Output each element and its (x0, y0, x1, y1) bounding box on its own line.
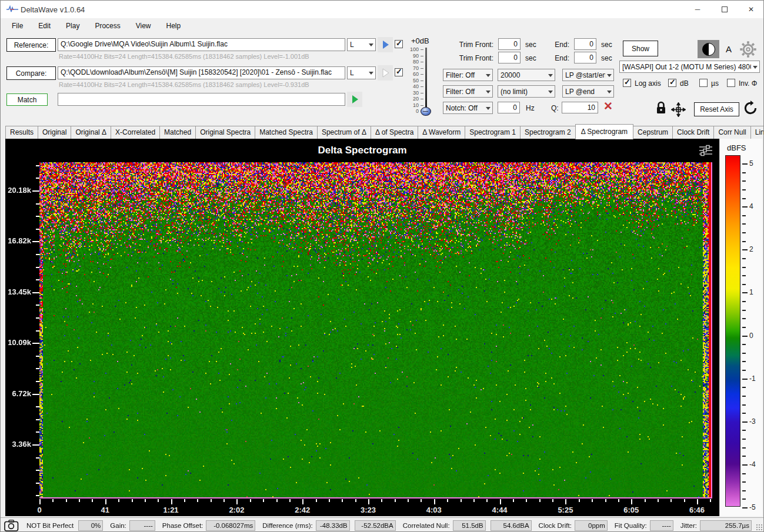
filter2-type-select[interactable]: Filter: Off (443, 85, 493, 98)
x-axis-tick (158, 499, 159, 502)
y-axis-tick (32, 394, 39, 395)
menu-edit[interactable]: Edit (31, 19, 58, 32)
status-bar: NOT Bit Perfect 0%Gain:----Phase Offset:… (1, 517, 764, 532)
notch-freq-input[interactable]: 0 (498, 102, 520, 113)
tab-waveform[interactable]: Δ Waveform (418, 126, 465, 139)
filter2-freq-select[interactable]: (no limit) (498, 85, 555, 98)
reference-play-button[interactable] (378, 37, 393, 52)
filter1-mode-select[interactable]: LP @start/end (562, 69, 614, 81)
trim-end-input-2[interactable]: 0 (574, 52, 596, 63)
compare-button[interactable]: Compare: (6, 66, 56, 80)
tab-spectrogram-2[interactable]: Spectrogram 2 (520, 126, 576, 139)
volume-slider-thumb[interactable] (421, 107, 431, 116)
filter1-type-select[interactable]: Filter: Off (443, 69, 493, 81)
volume-scale-label: 20 (406, 96, 419, 102)
colorbar-tick (742, 249, 748, 250)
colorbar-tick (742, 396, 746, 397)
tab-cepstrum[interactable]: Cepstrum (633, 126, 673, 139)
tab-original-spectra[interactable]: Original Spectra (195, 126, 255, 139)
volume-slider-track[interactable] (425, 48, 427, 115)
tab-clock-drift[interactable]: Clock Drift (672, 126, 714, 139)
inv-phase-checkbox[interactable] (727, 79, 735, 87)
colorbar-tick (742, 284, 746, 285)
menu-play[interactable]: Play (58, 19, 87, 32)
notch-q-input[interactable]: 10 (562, 102, 598, 113)
camera-screenshot-icon[interactable] (4, 520, 19, 531)
menu-help[interactable]: Help (159, 19, 189, 32)
tab-original[interactable]: Original Δ (71, 126, 111, 139)
y-axis-tick (32, 343, 39, 344)
reset-axis-button[interactable]: Reset Axis (694, 102, 739, 116)
us-checkbox[interactable] (699, 79, 708, 87)
reference-path-input[interactable]: Q:\Google Drive\MQA Video\Suijin Album\1… (58, 38, 345, 51)
match-button[interactable]: Match (6, 93, 48, 106)
y-axis-tick (32, 190, 39, 192)
volume-scale-tick (421, 49, 423, 50)
compare-path-input[interactable]: Q:\QODL\download\Album\Zensō\[M] Suijin … (58, 66, 345, 79)
y-axis-label: 10.09k (5, 338, 31, 347)
output-device-select[interactable]: [WASAPI] Out 1-2 (MOTU M Series) 48000/ (619, 61, 760, 73)
reference-enable-checkbox[interactable] (395, 40, 403, 48)
colorbar-tick (742, 361, 746, 362)
colorbar-tick-label: -1 (749, 374, 756, 383)
x-axis-tick (92, 499, 93, 502)
spectrogram-chart: Delta Spectrogram 20.18k16.82k13.45k10.0… (5, 139, 719, 516)
tab-spectrum-of[interactable]: Spectrum of Δ (317, 126, 371, 139)
y-axis-tick (36, 495, 39, 496)
play-icon (381, 68, 390, 78)
menu-file[interactable]: File (4, 19, 31, 32)
close-button[interactable]: ✕ (738, 1, 764, 18)
filter2-mode-select[interactable]: LP @end (562, 85, 614, 98)
colorbar-tick-label: -5 (749, 503, 756, 511)
spectrogram-plot[interactable] (39, 162, 712, 498)
tab-linearity[interactable]: Linearity (750, 126, 764, 139)
resize-grip[interactable] (756, 524, 763, 531)
status-value-0: 0% (78, 520, 103, 531)
reference-channel-select[interactable]: L (347, 38, 376, 51)
contrast-button[interactable] (698, 40, 719, 58)
menu-view[interactable]: View (128, 19, 159, 32)
minimize-button[interactable]: ─ (684, 1, 711, 18)
tab-matched[interactable]: Matched (159, 126, 196, 139)
status-value-item: ---- (650, 520, 673, 531)
tab-corr-null[interactable]: Corr Null (713, 126, 750, 139)
x-axis-tick (658, 499, 659, 502)
db-checkbox[interactable] (668, 79, 676, 87)
match-play-button[interactable] (347, 92, 362, 107)
x-axis-label: 0 (22, 506, 57, 514)
reference-info: Rate=44100Hz Bits=24 Length=415384.62585… (59, 53, 309, 60)
settings-gear-icon[interactable] (739, 41, 757, 58)
trim-end-label-2: End: (545, 54, 569, 62)
tab-of-spectra[interactable]: Δ of Spectra (371, 126, 418, 139)
clear-notch-icon[interactable]: ✕ (603, 99, 613, 113)
filter1-freq-select[interactable]: 20000 (498, 69, 555, 81)
pan-move-icon[interactable] (670, 102, 686, 117)
show-button[interactable]: Show (623, 41, 658, 56)
tab-matched-spectra[interactable]: Matched Spectra (255, 126, 318, 139)
x-axis-tick (579, 499, 580, 502)
lock-icon[interactable] (655, 101, 667, 115)
x-axis-tick (223, 499, 225, 502)
match-field[interactable] (58, 93, 345, 106)
tab-spectrogram-1[interactable]: Spectrogram 1 (465, 126, 521, 139)
maximize-button[interactable] (711, 1, 738, 18)
reference-button[interactable]: Reference: (6, 38, 56, 52)
tab-results[interactable]: Results (5, 126, 38, 139)
compare-play-button[interactable] (378, 65, 393, 81)
log-axis-checkbox[interactable] (623, 79, 631, 87)
tab-spectrogram[interactable]: Δ Spectrogram (575, 124, 633, 139)
refresh-icon[interactable] (743, 101, 758, 116)
chevron-down-icon (546, 71, 555, 79)
x-axis-tick (276, 499, 278, 502)
trim-front-input-1[interactable]: 0 (498, 38, 521, 50)
trim-front-input-2[interactable]: 0 (498, 52, 521, 63)
menu-process[interactable]: Process (87, 19, 128, 32)
compare-channel-select[interactable]: L (347, 66, 376, 79)
notch-select[interactable]: Notch: Off (443, 102, 493, 114)
tab-original[interactable]: Original (38, 126, 71, 139)
trim-end-input-1[interactable]: 0 (574, 38, 596, 50)
compare-enable-checkbox[interactable] (395, 68, 403, 76)
tab-x-correlated[interactable]: X-Correlated (111, 126, 160, 139)
chart-options-sliders-icon[interactable] (698, 145, 713, 156)
volume-scale-label: 100 (406, 46, 419, 52)
